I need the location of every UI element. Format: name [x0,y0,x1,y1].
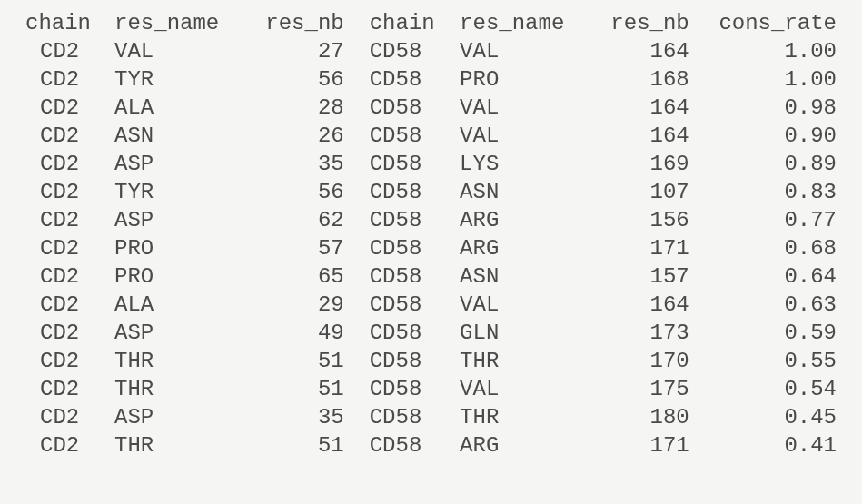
chain2-cell: CD58 [352,37,452,65]
resnb1-cell: 62 [240,206,352,234]
resname1-cell: ALA [107,291,240,319]
chain2-cell: CD58 [352,347,452,375]
resname1-cell: THR [107,431,240,460]
chain1-cell: CD2 [18,431,107,460]
table-body: CD2VAL27CD58VAL1641.00CD2TYR56CD58PRO168… [18,37,844,460]
resnb1-cell: 49 [240,319,352,347]
resnb2-cell: 157 [585,262,697,291]
resname1-cell: ASP [107,206,240,234]
consrate-cell: 0.54 [697,375,844,403]
resnb1-cell: 26 [240,122,352,150]
resnb1-cell: 35 [240,150,352,178]
table-row: CD2ALA28CD58VAL1640.98 [18,94,844,122]
consrate-cell: 0.41 [697,431,844,460]
consrate-cell: 0.45 [697,403,844,431]
resnb1-cell: 27 [240,37,352,65]
resnb1-cell: 29 [240,291,352,319]
table-row: CD2ASN26CD58VAL1640.90 [18,122,844,150]
table-row: CD2ASP62CD58ARG1560.77 [18,206,844,234]
chain1-cell: CD2 [18,291,107,319]
resname1-cell: TYR [107,178,240,206]
chain1-cell: CD2 [18,206,107,234]
table-row: CD2THR51CD58THR1700.55 [18,347,844,375]
resname1-cell: ASP [107,150,240,178]
resnb1-cell: 57 [240,234,352,262]
table-row: CD2ALA29CD58VAL1640.63 [18,291,844,319]
resnb2-cell: 173 [585,319,697,347]
resname2-cell: VAL [452,122,585,150]
header-consrate: cons_rate [697,9,844,37]
resnb2-cell: 170 [585,347,697,375]
header-resname1: res_name [107,9,240,37]
chain2-cell: CD58 [352,291,452,319]
resname2-cell: LYS [452,150,585,178]
resnb1-cell: 51 [240,347,352,375]
resnb2-cell: 175 [585,375,697,403]
resname1-cell: PRO [107,234,240,262]
resname2-cell: VAL [452,375,585,403]
resnb2-cell: 169 [585,150,697,178]
resnb1-cell: 65 [240,262,352,291]
chain2-cell: CD58 [352,319,452,347]
resnb2-cell: 171 [585,431,697,460]
consrate-cell: 0.64 [697,262,844,291]
consrate-cell: 0.77 [697,206,844,234]
chain1-cell: CD2 [18,178,107,206]
resnb2-cell: 156 [585,206,697,234]
table-row: CD2TYR56CD58PRO1681.00 [18,65,844,94]
chain1-cell: CD2 [18,347,107,375]
consrate-cell: 0.83 [697,178,844,206]
chain1-cell: CD2 [18,65,107,94]
resname2-cell: ASN [452,178,585,206]
chain1-cell: CD2 [18,37,107,65]
consrate-cell: 1.00 [697,37,844,65]
resname1-cell: PRO [107,262,240,291]
header-row: chain res_name res_nb chain res_name res… [18,9,844,37]
header-resnb2: res_nb [585,9,697,37]
resnb2-cell: 180 [585,403,697,431]
resnb1-cell: 51 [240,375,352,403]
consrate-cell: 0.90 [697,122,844,150]
resname2-cell: GLN [452,319,585,347]
resnb1-cell: 28 [240,94,352,122]
consrate-cell: 0.68 [697,234,844,262]
chain2-cell: CD58 [352,403,452,431]
chain2-cell: CD58 [352,234,452,262]
resname2-cell: THR [452,347,585,375]
resnb1-cell: 56 [240,178,352,206]
chain1-cell: CD2 [18,403,107,431]
table-row: CD2TYR56CD58ASN1070.83 [18,178,844,206]
chain1-cell: CD2 [18,262,107,291]
table-row: CD2THR51CD58ARG1710.41 [18,431,844,460]
resname1-cell: ASP [107,319,240,347]
resname2-cell: ASN [452,262,585,291]
resname2-cell: ARG [452,431,585,460]
chain2-cell: CD58 [352,65,452,94]
chain1-cell: CD2 [18,234,107,262]
chain2-cell: CD58 [352,431,452,460]
table-row: CD2VAL27CD58VAL1641.00 [18,37,844,65]
consrate-cell: 0.59 [697,319,844,347]
resnb2-cell: 164 [585,122,697,150]
consrate-cell: 1.00 [697,65,844,94]
resname2-cell: VAL [452,37,585,65]
resnb1-cell: 51 [240,431,352,460]
table-row: CD2ASP49CD58GLN1730.59 [18,319,844,347]
header-chain2: chain [352,9,452,37]
chain1-cell: CD2 [18,150,107,178]
resname1-cell: VAL [107,37,240,65]
chain1-cell: CD2 [18,375,107,403]
header-resnb1: res_nb [240,9,352,37]
header-chain1: chain [18,9,107,37]
resnb1-cell: 56 [240,65,352,94]
chain2-cell: CD58 [352,122,452,150]
resnb2-cell: 107 [585,178,697,206]
consrate-cell: 0.63 [697,291,844,319]
resnb2-cell: 171 [585,234,697,262]
resname1-cell: ASN [107,122,240,150]
resname1-cell: THR [107,375,240,403]
resnb2-cell: 164 [585,37,697,65]
resname2-cell: ARG [452,234,585,262]
resname2-cell: THR [452,403,585,431]
chain1-cell: CD2 [18,94,107,122]
